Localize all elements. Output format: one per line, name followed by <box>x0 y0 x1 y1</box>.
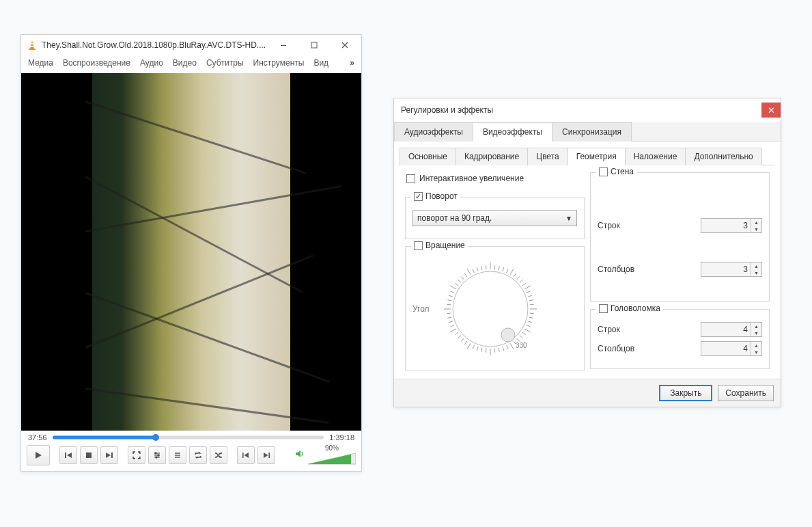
chevron-down-icon[interactable]: ▼ <box>751 269 761 276</box>
chevron-up-icon[interactable]: ▲ <box>751 219 761 226</box>
svg-line-81 <box>450 291 453 293</box>
svg-line-58 <box>506 345 507 349</box>
puzzle-cols-stepper[interactable]: 4 ▲▼ <box>701 341 762 356</box>
menu-subtitles[interactable]: Субтитры <box>202 57 248 69</box>
subtab-basic[interactable]: Основные <box>400 148 456 165</box>
extended-settings-button[interactable] <box>148 446 166 464</box>
skip-back-button[interactable] <box>237 446 255 464</box>
play-button[interactable] <box>27 445 50 465</box>
svg-line-63 <box>486 349 486 353</box>
shuffle-button[interactable] <box>210 446 227 464</box>
svg-line-72 <box>450 329 456 332</box>
wall-cols-label: Столбцов <box>598 265 701 274</box>
rotate-dropdown[interactable]: поворот на 90 град. ▼ <box>412 210 577 226</box>
prev-track-button[interactable] <box>59 446 77 464</box>
menu-audio[interactable]: Аудио <box>136 57 167 69</box>
controls-row: 90% <box>21 443 361 471</box>
rotate-group: Поворот поворот на 90 град. ▼ <box>405 197 585 239</box>
svg-marker-25 <box>264 452 268 458</box>
chevron-down-icon: ▼ <box>565 215 572 222</box>
chevron-up-icon[interactable]: ▲ <box>751 323 761 329</box>
svg-line-84 <box>458 280 460 282</box>
effects-titlebar[interactable]: Регулировки и эффекты ✕ <box>394 98 781 122</box>
svg-line-66 <box>473 345 474 349</box>
wall-label: Стена <box>611 167 634 176</box>
wall-rows-label: Строк <box>598 221 701 230</box>
svg-marker-27 <box>296 450 300 457</box>
tab-sync[interactable]: Синхронизация <box>552 122 632 141</box>
svg-line-91 <box>486 265 486 269</box>
menu-media[interactable]: Медиа <box>24 57 57 69</box>
next-track-button[interactable] <box>100 446 118 464</box>
svg-line-33 <box>494 265 495 269</box>
menu-tools[interactable]: Инструменты <box>249 57 309 69</box>
titlebar[interactable]: They.Shall.Not.Grow.Old.2018.1080p.BluRa… <box>21 35 361 55</box>
svg-point-18 <box>158 454 159 455</box>
save-button[interactable]: Сохранить <box>718 385 774 401</box>
volume-percent: 90% <box>325 444 339 452</box>
effects-footer: Закрыть Сохранить <box>394 379 781 407</box>
svg-line-60 <box>499 348 499 352</box>
svg-line-34 <box>499 266 499 270</box>
volume-slider[interactable] <box>308 452 356 465</box>
rotate-checkbox[interactable]: Поворот <box>411 191 460 201</box>
chevron-down-icon[interactable]: ▼ <box>751 329 761 336</box>
svg-line-80 <box>449 295 453 297</box>
interactive-zoom-checkbox[interactable]: Интерактивное увеличение <box>405 172 585 190</box>
minimize-button[interactable] <box>268 36 298 55</box>
video-area[interactable] <box>21 73 361 431</box>
wall-group: Стена Строк 3 ▲▼ Столбцов 3 <box>590 172 770 302</box>
svg-line-70 <box>458 336 460 338</box>
svg-point-17 <box>155 452 156 453</box>
time-elapsed[interactable]: 37:56 <box>28 433 47 442</box>
rotate-label: Поворот <box>425 191 458 201</box>
wall-cols-stepper[interactable]: 3 ▲▼ <box>701 262 762 277</box>
svg-line-49 <box>529 317 533 318</box>
video-frame <box>92 73 290 431</box>
subtab-crop[interactable]: Кадрирование <box>456 148 528 165</box>
close-button[interactable]: Закрыть <box>659 385 712 401</box>
subtab-overlay[interactable]: Наложение <box>625 148 686 165</box>
loop-button[interactable] <box>189 446 207 464</box>
subtab-advanced[interactable]: Дополнительно <box>685 148 761 165</box>
subtab-colors[interactable]: Цвета <box>527 148 568 165</box>
rotation-angle-label: Угол <box>412 304 430 314</box>
svg-line-88 <box>473 269 474 273</box>
tab-video-effects[interactable]: Видеоэффекты <box>473 122 552 141</box>
menu-playback[interactable]: Воспроизведение <box>59 57 135 69</box>
menu-view[interactable]: Вид <box>309 57 333 69</box>
rotation-checkbox[interactable]: Вращение <box>411 241 468 250</box>
rotation-dial[interactable]: 330 <box>439 258 542 360</box>
chevron-up-icon[interactable]: ▲ <box>751 262 761 269</box>
close-button[interactable] <box>329 36 360 55</box>
chevron-up-icon[interactable]: ▲ <box>751 342 761 349</box>
svg-line-59 <box>503 347 504 351</box>
chevron-down-icon[interactable]: ▼ <box>751 349 761 355</box>
menu-overflow-icon[interactable]: » <box>346 58 359 68</box>
menubar: Медиа Воспроизведение Аудио Видео Субтит… <box>21 55 361 73</box>
playlist-button[interactable] <box>169 446 186 464</box>
seek-slider[interactable] <box>53 434 324 441</box>
checkbox-icon <box>599 167 608 176</box>
seek-row: 37:56 1:39:18 <box>21 431 361 443</box>
skip-fwd-button[interactable] <box>257 446 275 464</box>
wall-rows-stepper[interactable]: 3 ▲▼ <box>701 218 762 233</box>
tab-audio-effects[interactable]: Аудиоэффекты <box>394 122 473 141</box>
chevron-down-icon[interactable]: ▼ <box>751 226 761 232</box>
menu-video[interactable]: Видео <box>169 57 201 69</box>
stop-button[interactable] <box>80 446 98 464</box>
puzzle-rows-stepper[interactable]: 4 ▲▼ <box>701 322 762 337</box>
effects-close-button[interactable]: ✕ <box>761 103 781 118</box>
puzzle-checkbox[interactable]: Головоломка <box>596 303 663 313</box>
time-total[interactable]: 1:39:18 <box>329 433 354 442</box>
wall-checkbox[interactable]: Стена <box>596 167 636 176</box>
speaker-icon[interactable] <box>294 448 305 461</box>
svg-line-87 <box>467 269 471 275</box>
svg-line-43 <box>527 291 530 293</box>
subtab-geometry[interactable]: Геометрия <box>568 148 626 165</box>
svg-line-37 <box>510 269 514 275</box>
svg-line-71 <box>455 332 458 335</box>
svg-point-92 <box>501 328 515 342</box>
fullscreen-button[interactable] <box>128 446 145 464</box>
maximize-button[interactable] <box>298 36 329 55</box>
